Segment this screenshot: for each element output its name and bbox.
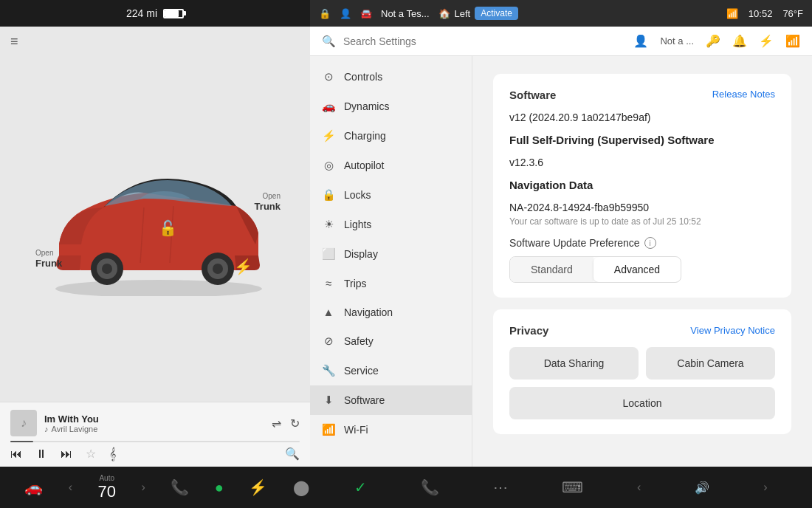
advanced-update-button[interactable]: Advanced	[593, 257, 681, 282]
next-track-button[interactable]: ⏭	[61, 447, 72, 461]
bluetooth-taskbar-icon[interactable]: ⚡	[249, 478, 267, 496]
sidebar-item-safety[interactable]: ⊘ Safety	[310, 326, 472, 356]
privacy-card: Privacy View Privacy Notice Data Sharing…	[493, 309, 791, 434]
equalizer-button[interactable]: 𝄞	[109, 447, 116, 461]
sidebar-lights-label: Lights	[344, 219, 371, 230]
car-taskbar-icon[interactable]: 🚗	[24, 478, 43, 496]
sidebar-service-label: Service	[344, 365, 379, 377]
phone-taskbar-icon[interactable]: 📞	[171, 478, 189, 496]
album-art: ♪	[10, 410, 37, 436]
sidebar-item-locks[interactable]: 🔒 Locks	[310, 180, 472, 210]
trunk-label[interactable]: Open Trunk	[255, 191, 281, 213]
view-privacy-link[interactable]: View Privacy Notice	[690, 325, 775, 336]
data-sharing-button[interactable]: Data Sharing	[509, 347, 639, 380]
sidebar-item-trips[interactable]: ≈ Trips	[310, 269, 472, 298]
music-details: Im With You ♪ Avril Lavigne	[44, 413, 264, 433]
camera-icon[interactable]: ⬤	[293, 478, 309, 496]
svg-point-6	[213, 264, 223, 274]
top-bar: 224 mi 🔒 👤 🚘 Not a Tes... 🏠 Left Activat…	[0, 0, 812, 27]
fsd-title: Full Self-Driving (Supervised) Software	[509, 134, 775, 146]
lock-icon[interactable]: 🔓	[159, 219, 177, 237]
privacy-title: Privacy	[509, 324, 548, 337]
sidebar-item-autopilot[interactable]: ◎ Autopilot	[310, 151, 472, 180]
status-icons: 📶 10:52 76°F	[726, 8, 803, 19]
repeat-icon[interactable]: ↻	[290, 416, 300, 430]
artist-name: ♪ Avril Lavigne	[44, 425, 264, 433]
sidebar-item-navigation[interactable]: ▲ Navigation	[310, 298, 472, 326]
sidebar-locks-label: Locks	[344, 189, 371, 201]
wifi-settings-icon[interactable]: 📶	[785, 34, 800, 48]
svg-point-3	[102, 264, 112, 274]
sidebar-item-display[interactable]: ⬜ Display	[310, 239, 472, 269]
sidebar-navigation-label: Navigation	[344, 306, 393, 318]
controls-icon: ⊙	[322, 70, 335, 83]
trips-icon: ≈	[322, 277, 335, 289]
standard-update-button[interactable]: Standard	[510, 257, 593, 282]
pause-button[interactable]: ⏸	[35, 447, 47, 461]
call-icon[interactable]: 📞	[421, 478, 439, 496]
nav-data-value: NA-2024.8-14924-fba9b59950	[509, 202, 775, 213]
sidebar-item-service[interactable]: 🔧 Service	[310, 356, 472, 385]
settings-header-icons: 👤 Not a ... 🔑 🔔 ⚡ 📶	[633, 34, 800, 48]
update-preference-toggle: Standard Advanced	[509, 256, 681, 283]
speed-label: Auto	[98, 474, 116, 482]
checkmark-icon[interactable]: ✓	[354, 478, 367, 496]
info-icon[interactable]: i	[644, 237, 656, 249]
sidebar-item-lights[interactable]: ☀ Lights	[310, 210, 472, 239]
software-card: Software Release Notes v12 (2024.20.9 1a…	[493, 74, 791, 298]
volume-icon[interactable]: 🔊	[695, 481, 709, 495]
activate-button[interactable]: Activate	[475, 7, 518, 20]
locks-icon: 🔒	[322, 188, 335, 202]
song-title: Im With You	[44, 413, 264, 425]
sidebar-wifi-label: Wi-Fi	[344, 424, 368, 436]
sidebar-item-charging[interactable]: ⚡ Charging	[310, 121, 472, 151]
preference-label: Software Update Preference i	[509, 237, 775, 249]
fsd-version: v12.3.6	[509, 157, 775, 168]
user-status-icon: 👤	[340, 8, 351, 19]
spotify-icon[interactable]: ●	[215, 479, 224, 496]
temp-display: 76°F	[782, 8, 803, 19]
sidebar-item-controls[interactable]: ⊙ Controls	[310, 62, 472, 92]
frunk-label[interactable]: Open Frunk	[35, 248, 62, 270]
music-progress-bar[interactable]	[10, 441, 300, 442]
menu-icon[interactable]: ≡	[10, 34, 18, 49]
music-bottom-controls: ⏮ ⏸ ⏭ ☆ 𝄞 🔍	[10, 447, 300, 461]
navigation-icon: ▲	[322, 306, 335, 318]
search-music-button[interactable]: 🔍	[285, 447, 300, 461]
dots-icon[interactable]: ⋯	[493, 478, 508, 496]
sidebar-display-label: Display	[344, 248, 378, 260]
safety-icon: ⊘	[322, 334, 335, 348]
car-panel: ≡ Open Frunk Open Trunk	[0, 27, 310, 467]
bluetooth-icon[interactable]: ⚡	[759, 34, 774, 48]
favorite-button[interactable]: ☆	[86, 447, 96, 461]
location-button[interactable]: Location	[509, 387, 775, 419]
cabin-camera-button[interactable]: Cabin Camera	[646, 347, 775, 380]
privacy-buttons: Data Sharing Cabin Camera Location	[509, 347, 775, 419]
right-arrow-icon[interactable]: ›	[763, 481, 767, 494]
username-display: Not a Tes...	[381, 8, 430, 19]
prev-arrow-icon[interactable]: ‹	[69, 481, 72, 494]
sidebar-item-wifi[interactable]: 📶 Wi-Fi	[310, 415, 472, 444]
car-image-container: Open Frunk Open Trunk	[22, 148, 288, 311]
sidebar-trips-label: Trips	[344, 278, 367, 289]
music-player: ♪ Im With You ♪ Avril Lavigne ⇌ ↻	[0, 402, 310, 467]
prev-track-button[interactable]: ⏮	[10, 447, 22, 461]
display-icon: ⬜	[322, 247, 335, 261]
keyboard-icon[interactable]: ⌨	[562, 478, 583, 496]
bell-icon[interactable]: 🔔	[732, 34, 747, 48]
release-notes-link[interactable]: Release Notes	[712, 89, 775, 100]
location-label: Left	[455, 8, 471, 19]
software-icon: ⬇	[322, 394, 335, 407]
search-input[interactable]	[343, 35, 626, 47]
key-icon[interactable]: 🔑	[706, 34, 720, 48]
sidebar-item-dynamics[interactable]: 🚗 Dynamics	[310, 92, 472, 121]
left-arrow-icon[interactable]: ‹	[637, 481, 641, 494]
wifi-icon: 📶	[726, 8, 738, 19]
lights-icon: ☀	[322, 218, 335, 231]
shuffle-icon[interactable]: ⇌	[272, 416, 281, 430]
account-icon[interactable]: 👤	[633, 34, 648, 48]
settings-search-bar: 🔍 👤 Not a ... 🔑 🔔 ⚡ 📶	[310, 27, 812, 56]
sidebar-item-software[interactable]: ⬇ Software	[310, 385, 472, 415]
next-arrow-icon[interactable]: ›	[141, 481, 145, 494]
software-title: Software	[509, 89, 556, 101]
